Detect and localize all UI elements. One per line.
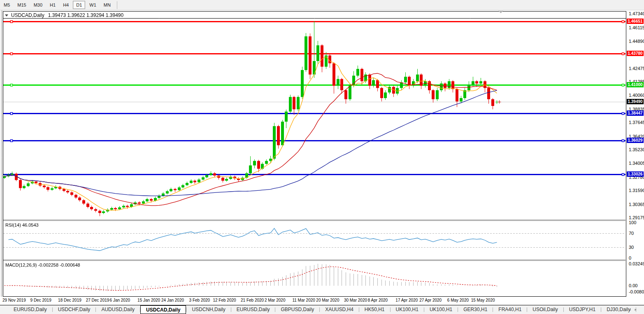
price-chart-canvas[interactable] [0, 10, 644, 305]
chart-tabs-bar: EURUSD,DailyUSDCHF,DailyAUDUSD,DailyUSDC… [0, 305, 644, 314]
timeframe-button-h4[interactable]: H4 [60, 1, 72, 9]
chart-tab-gbpusd-daily[interactable]: GBPUSD,Daily [275, 305, 319, 314]
date-tick-label: 20 Mar 2020 [316, 298, 339, 302]
timeframe-button-m15[interactable]: M15 [14, 1, 29, 9]
date-tick-label: 24 Jan 2020 [161, 298, 184, 302]
chart-tab-hk50-h1[interactable]: HK50,H1 [359, 305, 390, 314]
macd-tick-label: 0.00 [629, 283, 637, 288]
chart-tab-audusd-daily[interactable]: AUDUSD,Daily [96, 305, 140, 314]
price-tick-label: 1.44890 [629, 39, 644, 44]
timeframe-button-mn[interactable]: MN [100, 1, 114, 9]
date-tick-label: 15 Jan 2020 [137, 298, 160, 302]
price-tick-label: 1.30365 [629, 202, 644, 207]
price-tick-label: 1.42475 [629, 66, 644, 71]
rsi-tick-label: 70 [629, 231, 634, 236]
time-axis[interactable]: 29 Nov 20199 Dec 201918 Dec 201927 Dec 2… [0, 297, 626, 305]
price-tick-label: 1.47340 [629, 11, 644, 16]
chart-tab-eurusd-daily[interactable]: EURUSD,Daily [8, 305, 52, 314]
rsi-tick-label: 100 [629, 220, 636, 225]
chart-tab-usdchf-daily[interactable]: USDCHF,Daily [53, 305, 96, 314]
tab-scroll-left-icon[interactable]: ◂ [629, 307, 635, 312]
price-tick-label: 1.37645 [629, 120, 644, 125]
price-tick-label: 1.34005 [629, 161, 644, 166]
chart-tab-uk100-h1[interactable]: UK100,H1 [424, 305, 458, 314]
price-tick-label: 1.31590 [629, 188, 644, 193]
date-tick-label: 18 Dec 2019 [58, 298, 81, 302]
rsi-tick-label: 0 [629, 255, 631, 260]
timeframe-button-w1[interactable]: W1 [86, 1, 100, 9]
date-tick-label: 6 Jan 2020 [110, 298, 130, 302]
chart-tabs: EURUSD,DailyUSDCHF,DailyAUDUSD,DailyUSDC… [8, 305, 636, 314]
chart-tab-usdcnh-daily[interactable]: USDCNH,Daily [186, 305, 230, 314]
date-tick-label: 21 Feb 2020 [241, 298, 264, 302]
price-level-tag: 1.46651 [627, 19, 644, 24]
price-level-tag: 1.43780 [627, 51, 644, 56]
price-axis[interactable]: 1.473401.461151.448901.424751.412851.400… [626, 10, 644, 296]
chart-tab-uk100-h1[interactable]: UK100,H1 [391, 305, 424, 314]
timeframe-button-d1[interactable]: D1 [73, 1, 85, 9]
timeframe-toolbar: M5M15M30H1H4D1W1MN [0, 0, 644, 10]
tab-scroll-arrows[interactable]: ◂▸ [629, 307, 641, 312]
date-tick-label: 30 Mar 2020 [344, 298, 367, 302]
price-level-tag: 1.33026 [627, 171, 644, 177]
date-tick-label: 17 Apr 2020 [395, 298, 418, 302]
tab-scroll-right-icon[interactable]: ▸ [635, 307, 641, 312]
price-tick-label: 1.29175 [629, 215, 644, 220]
date-tick-label: 29 Nov 2019 [2, 298, 26, 302]
rsi-indicator-label: RSI(14) 46.0543 [5, 223, 39, 227]
price-level-tag: 1.41000 [627, 82, 644, 87]
chart-ohlc-values: 1.39473 1.39622 1.39294 1.39490 [48, 12, 124, 18]
date-tick-label: 27 Apr 2020 [419, 298, 442, 302]
timeframe-button-h1[interactable]: H1 [46, 1, 59, 9]
date-tick-label: 9 Dec 2019 [30, 298, 51, 302]
mt4-terminal: M5M15M30H1H4D1W1MN USDCAD,Daily 1.39473 … [0, 0, 644, 314]
timeframe-button-m30[interactable]: M30 [30, 1, 46, 9]
price-tick-label: 1.40060 [629, 93, 644, 98]
date-tick-label: 11 Mar 2020 [292, 298, 315, 302]
date-tick-label: 8 Apr 2020 [368, 298, 388, 302]
macd-indicator-label: MACD(12,26,9) -0.002258 -0.000648 [5, 262, 80, 267]
price-level-tag: 1.36029 [627, 138, 644, 143]
chart-tab-eurusd-daily[interactable]: EURUSD,Daily [231, 305, 275, 314]
chart-title: USDCAD,Daily 1.39473 1.39622 1.39294 1.3… [5, 12, 123, 18]
macd-tick-label: -0.008086 [629, 289, 644, 294]
rsi-tick-label: 30 [629, 245, 634, 250]
date-tick-label: 6 May 2020 [447, 298, 469, 302]
macd-tick-label: 0.032493 [629, 261, 644, 266]
price-level-tag: 1.39490 [627, 99, 644, 104]
date-tick-label: 15 May 2020 [471, 298, 495, 302]
price-tick-label: 1.35230 [629, 147, 644, 152]
timeframe-button-m5[interactable]: M5 [0, 1, 13, 9]
chevron-down-icon[interactable] [5, 14, 8, 16]
chart-tab-xauusd-h4[interactable]: XAUUSD,H4 [320, 305, 359, 314]
chart-tab-usoil-daily[interactable]: USOil,Daily [527, 305, 563, 314]
date-tick-label: 3 Feb 2020 [189, 298, 210, 302]
chart-symbol-label: USDCAD,Daily [11, 12, 44, 18]
price-tick-label: 1.46115 [629, 25, 644, 30]
chart-tab-fra40-h1[interactable]: FRA40,H1 [493, 305, 527, 314]
date-tick-label: 2 Mar 2020 [265, 298, 286, 302]
date-tick-label: 12 Feb 2020 [213, 298, 236, 302]
chart-tab-usdcad-daily[interactable]: USDCAD,Daily [140, 305, 186, 314]
date-tick-label: 27 Dec 2019 [86, 298, 109, 302]
chart-tab-usdjpy-h1[interactable]: USDJPY,H1 [564, 305, 601, 314]
price-level-tag: 1.38447 [627, 110, 644, 116]
chart-window: USDCAD,Daily 1.39473 1.39622 1.39294 1.3… [0, 10, 644, 305]
toolbar-divider [117, 1, 117, 9]
chart-tab-ger30-h1[interactable]: GER30,H1 [458, 305, 493, 314]
